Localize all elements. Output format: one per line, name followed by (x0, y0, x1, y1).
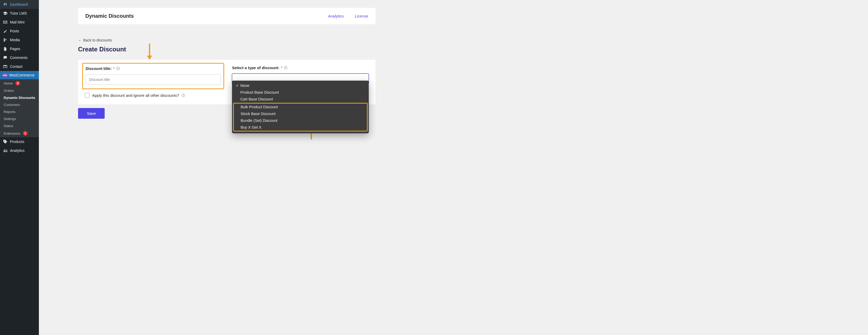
submenu-item-dynamic-discounts[interactable]: Dynamic Discounts (0, 94, 39, 101)
header-links: Analytics License (328, 14, 368, 18)
sidebar-item-dashboard[interactable]: Dashboard (0, 0, 39, 9)
sidebar-item-label: Products (10, 140, 24, 144)
sidebar-item-label: Posts (10, 29, 19, 33)
sidebar-item-label: Pages (10, 47, 20, 51)
required-indicator: * (281, 66, 282, 70)
page-header-card: Dynamic Discounts Analytics License (78, 8, 376, 24)
page-title: Create Discount (78, 45, 376, 53)
sidebar-item-label: Tutor LMS (10, 11, 27, 16)
option-none[interactable]: None (234, 82, 367, 89)
mail-icon (3, 64, 8, 69)
sidebar-item-woocommerce[interactable]: woo WooCommerce (0, 71, 39, 79)
submenu-label: Settings (4, 117, 16, 121)
info-icon[interactable] (181, 93, 185, 97)
page-icon (3, 46, 8, 52)
save-button[interactable]: Save (78, 108, 105, 119)
discount-type-dropdown: None Product Base Discount Cart Base Dis… (232, 81, 369, 133)
main-content: Dynamic Discounts Analytics License ← Ba… (39, 0, 868, 335)
sidebar-item-mail-mint[interactable]: Mail Mint (0, 18, 39, 27)
ignore-others-checkbox[interactable] (85, 93, 90, 98)
sidebar-item-pages[interactable]: Pages (0, 44, 39, 53)
annotation-highlight-title: Discount title: * (82, 63, 224, 89)
info-icon[interactable] (284, 66, 288, 70)
option-product-base[interactable]: Product Base Discount (234, 89, 367, 96)
sidebar-item-label: Dashboard (10, 2, 28, 6)
submenu-label: Extensions (4, 131, 20, 135)
sidebar-item-tutor-lms[interactable]: Tutor LMS (0, 9, 39, 18)
admin-sidebar: Dashboard Tutor LMS Mail Mint Posts Medi… (0, 0, 39, 335)
sidebar-item-label: Analytics (10, 148, 25, 153)
submenu-item-extensions[interactable]: Extensions 1 (0, 129, 39, 137)
sidebar-item-comments[interactable]: Comments (0, 53, 39, 62)
sidebar-item-contact[interactable]: Contact (0, 62, 39, 71)
submenu-label: Dynamic Discounts (4, 96, 35, 100)
ignore-others-label: Apply this discount and ignore all other… (92, 93, 185, 98)
submenu-item-settings[interactable]: Settings (0, 115, 39, 122)
annotation-arrow-down (146, 43, 153, 60)
info-icon[interactable] (116, 66, 120, 70)
tag-icon (3, 139, 8, 144)
submenu-label: Status (4, 124, 13, 128)
submenu-label: Reports (4, 110, 16, 114)
woocommerce-submenu: Home 4 Orders Dynamic Discounts Customer… (0, 79, 39, 137)
discount-title-label: Discount title: * (86, 66, 221, 71)
pin-icon (3, 28, 8, 34)
back-to-discounts-link[interactable]: ← Back to discounts (78, 38, 112, 42)
svg-marker-1 (147, 56, 152, 60)
count-badge: 4 (16, 81, 20, 86)
plugin-title: Dynamic Discounts (85, 13, 134, 19)
submenu-item-customers[interactable]: Customers (0, 101, 39, 108)
sidebar-item-label: Media (10, 38, 20, 42)
sidebar-item-analytics[interactable]: Analytics (0, 146, 39, 155)
sidebar-item-label: Comments (10, 56, 28, 60)
woo-icon: woo (3, 73, 7, 78)
graduation-cap-icon (3, 11, 8, 16)
option-bulk-product[interactable]: Bulk Product Discount (234, 103, 367, 110)
submenu-label: Home (4, 82, 13, 85)
sidebar-item-label: Contact (10, 64, 23, 69)
option-buy-x-get-x[interactable]: Buy X Get X (234, 124, 367, 131)
comment-icon (3, 55, 8, 60)
analytics-icon (3, 148, 8, 153)
discount-title-input[interactable] (86, 74, 221, 85)
option-stock-base[interactable]: Stock Base Discount (234, 110, 367, 117)
submenu-item-reports[interactable]: Reports (0, 108, 39, 115)
option-bundle-set[interactable]: Bundle (Set) Discount (234, 117, 367, 124)
arrow-left-icon: ← (78, 38, 82, 42)
analytics-link[interactable]: Analytics (328, 14, 344, 18)
back-link-label: Back to discounts (83, 38, 112, 42)
option-cart-base[interactable]: Cart Base Discount (234, 96, 367, 102)
submenu-label: Customers (4, 103, 20, 107)
sidebar-item-products[interactable]: Products (0, 137, 39, 146)
sidebar-item-label: WooCommerce (9, 73, 34, 77)
license-link[interactable]: License (355, 14, 368, 18)
required-indicator: * (113, 67, 115, 70)
gauge-icon (3, 2, 8, 7)
sidebar-item-media[interactable]: Media (0, 35, 39, 44)
submenu-item-orders[interactable]: Orders (0, 87, 39, 94)
svg-point-10 (286, 67, 286, 67)
media-icon (3, 37, 8, 42)
annotation-highlight-options: Bulk Product Discount Stock Base Discoun… (233, 103, 368, 131)
submenu-label: Orders (4, 89, 14, 93)
envelope-icon (3, 20, 8, 25)
submenu-item-status[interactable]: Status (0, 122, 39, 129)
sidebar-item-label: Mail Mint (10, 20, 25, 24)
discount-type-label: Select a type of discount: * (232, 65, 369, 70)
submenu-item-home[interactable]: Home 4 (0, 79, 39, 87)
count-badge: 1 (23, 131, 28, 136)
sidebar-item-posts[interactable]: Posts (0, 27, 39, 35)
discount-form: Discount title: * Apply this discount an… (78, 60, 376, 104)
